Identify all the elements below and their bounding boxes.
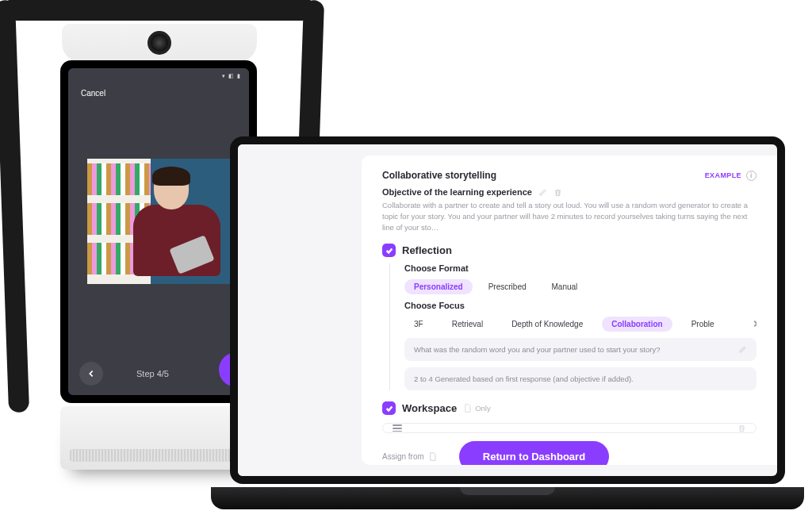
- objective-body: Collaborate with a partner to create and…: [382, 200, 756, 232]
- focus-3f[interactable]: 3F: [404, 317, 433, 332]
- workspace-only-text: Only: [475, 404, 491, 413]
- format-pills: Personalized Prescribed Manual: [404, 279, 756, 294]
- assign-from[interactable]: Assign from: [382, 452, 437, 461]
- laptop-device: Collaborative storytelling EXAMPLE i Obj…: [211, 136, 804, 509]
- document-icon: [428, 452, 437, 461]
- kiosk-crossbar: [5, 0, 314, 21]
- format-label: Choose Format: [404, 263, 756, 273]
- reflection-prompt-1-text: What was the random word you and your pa…: [414, 345, 661, 354]
- tablet-back-button[interactable]: [79, 362, 103, 386]
- card-header: Collaborative storytelling EXAMPLE i: [382, 170, 756, 181]
- document-icon: [463, 404, 472, 413]
- card-footer: Assign from Return to Dashboard: [382, 433, 756, 465]
- focus-pills: 3F Retrieval Depth of Knowledge Collabor…: [404, 317, 756, 332]
- workspace-header: Workspace Only: [382, 401, 756, 415]
- focus-depth[interactable]: Depth of Knowledge: [502, 317, 592, 332]
- info-icon[interactable]: i: [746, 171, 756, 181]
- reflection-body: Choose Format Personalized Prescribed Ma…: [389, 263, 756, 390]
- focus-collaboration[interactable]: Collaboration: [602, 317, 672, 332]
- laptop-base: [211, 487, 804, 509]
- objective-row: Objective of the learning experience: [382, 187, 756, 197]
- editor-card: Collaborative storytelling EXAMPLE i Obj…: [362, 155, 777, 465]
- tablet-photo-preview: [87, 159, 230, 284]
- example-badge: EXAMPLE i: [705, 171, 756, 181]
- focus-problem[interactable]: Proble: [682, 317, 724, 332]
- reflection-title: Reflection: [402, 244, 452, 256]
- app-sidebar-placeholder: [238, 144, 362, 476]
- workspace-only-chip[interactable]: Only: [463, 404, 491, 413]
- laptop-notch: [460, 487, 555, 495]
- focus-retrieval[interactable]: Retrieval: [442, 317, 492, 332]
- format-prescribed[interactable]: Prescribed: [479, 279, 536, 294]
- photo-person: [128, 167, 224, 284]
- reflection-prompt-1[interactable]: What was the random word you and your pa…: [404, 338, 756, 361]
- focus-scroll-right[interactable]: [752, 320, 756, 329]
- workspace-title: Workspace: [402, 402, 457, 414]
- workspace-input[interactable]: [382, 423, 756, 433]
- delete-icon[interactable]: [553, 188, 562, 197]
- reflection-prompt-2-text: 2 to 4 Generated based on first response…: [414, 374, 634, 383]
- example-badge-text: EXAMPLE: [705, 171, 741, 179]
- reflection-prompt-2: 2 to 4 Generated based on first response…: [404, 367, 756, 390]
- objective-label: Objective of the learning experience: [382, 187, 532, 197]
- card-title: Collaborative storytelling: [382, 170, 496, 181]
- format-manual[interactable]: Manual: [542, 279, 588, 294]
- kiosk-webcam: [62, 24, 257, 62]
- workspace-checkbox[interactable]: [382, 401, 396, 415]
- tablet-cancel-button[interactable]: Cancel: [81, 89, 105, 98]
- reflection-checkbox[interactable]: [382, 244, 396, 257]
- edit-icon[interactable]: [538, 188, 547, 197]
- laptop-display: Collaborative storytelling EXAMPLE i Obj…: [238, 144, 777, 476]
- drag-handle-icon[interactable]: [393, 424, 402, 432]
- return-to-dashboard-button[interactable]: Return to Dashboard: [459, 441, 609, 465]
- delete-icon[interactable]: [737, 424, 746, 432]
- focus-label: Choose Focus: [404, 301, 756, 310]
- edit-icon[interactable]: [738, 345, 747, 354]
- kiosk-post-left: [0, 0, 29, 413]
- laptop-bezel: Collaborative storytelling EXAMPLE i Obj…: [230, 136, 785, 484]
- tablet-statusbar: ▾ ◧ ▮: [222, 73, 241, 79]
- tablet-step-indicator: Step 4/5: [136, 369, 169, 378]
- format-personalized[interactable]: Personalized: [404, 279, 473, 294]
- reflection-header: Reflection: [382, 244, 756, 257]
- assign-from-label: Assign from: [382, 452, 424, 461]
